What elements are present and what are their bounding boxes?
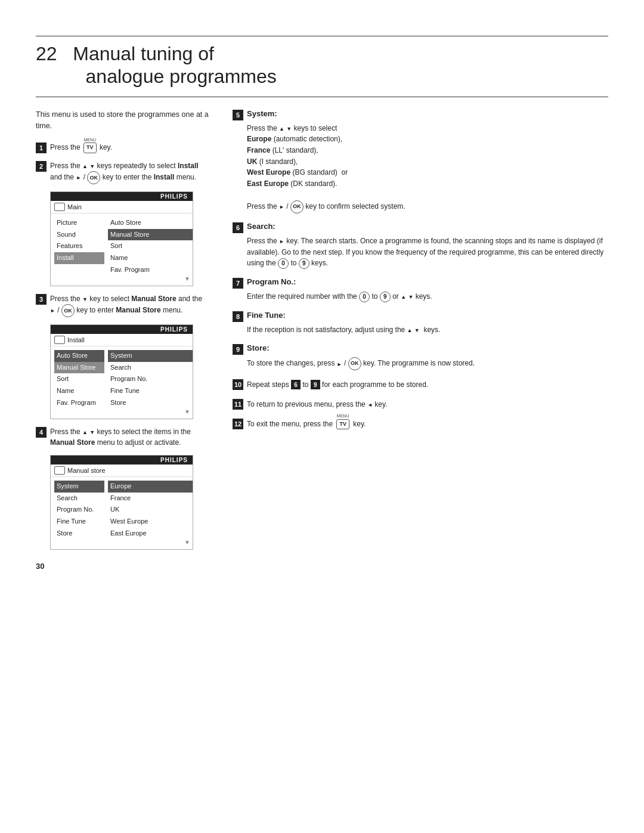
menu3-left: System Search Program No. Fine Tune Stor… bbox=[51, 479, 104, 547]
section-9-block: 9 Store: To store the changes, press / O… bbox=[233, 343, 608, 370]
menu3-right-france: France bbox=[108, 493, 193, 504]
menu1-brand: PHILIPS bbox=[51, 192, 193, 201]
menu3-scroll: ▼ bbox=[108, 539, 193, 546]
arrow-down-icon bbox=[89, 162, 95, 170]
menu3-right-europe: Europe bbox=[108, 481, 193, 493]
monitor2-icon bbox=[54, 336, 65, 344]
step3-arrow-down bbox=[82, 295, 88, 303]
search-arrow-right bbox=[279, 237, 284, 245]
fine-arrow-down bbox=[414, 326, 420, 334]
prog-9-circle: 9 bbox=[380, 292, 391, 302]
menu1-right-autostore: Auto Store bbox=[108, 217, 193, 229]
fine-arrow-up bbox=[407, 326, 413, 334]
section-6-header: 6 Search: bbox=[233, 222, 608, 233]
section-6-num: 6 bbox=[233, 222, 243, 233]
menu3-brand: PHILIPS bbox=[51, 456, 193, 465]
step11-arrow-left bbox=[367, 400, 373, 408]
step-10-num: 10 bbox=[233, 379, 243, 390]
menu1-right-manualstore: Manual Store bbox=[108, 229, 193, 241]
step-12-text: To exit the menu, press the MENU TV key. bbox=[247, 419, 366, 430]
menu3-item-store: Store bbox=[54, 528, 104, 540]
step-12-block: 12 To exit the menu, press the MENU TV k… bbox=[233, 418, 608, 429]
step12-tv-key: TV bbox=[336, 419, 349, 430]
menu3-right-westeurope: West Europe bbox=[108, 516, 193, 528]
prog-arrow-up bbox=[401, 292, 406, 301]
section-9-num: 9 bbox=[233, 344, 243, 355]
step-2-num: 2 bbox=[36, 161, 47, 172]
menu2-top: Install bbox=[51, 334, 193, 346]
menu-screenshot-3: PHILIPS Manual store System Search Progr… bbox=[50, 455, 193, 550]
menu2-right-search: Search bbox=[108, 362, 193, 374]
section-9-header: 9 Store: bbox=[233, 343, 608, 355]
arrow-up-icon bbox=[82, 162, 88, 170]
step-12-num: 12 bbox=[233, 419, 243, 429]
section-7-header: 7 Program No.: bbox=[233, 277, 608, 289]
menu1-right-fav: Fav. Program bbox=[108, 264, 193, 276]
section-7-body: Enter the required number with the 0 to … bbox=[233, 291, 608, 302]
section-5-num: 5 bbox=[233, 110, 243, 120]
arrow-right-icon bbox=[76, 173, 81, 181]
step-4-num: 4 bbox=[36, 427, 47, 438]
step-1-text: Press the MENU TV key. bbox=[50, 142, 112, 153]
section-8-header: 8 Fine Tune: bbox=[233, 311, 608, 322]
left-column: This menu is used to store the programme… bbox=[36, 109, 209, 797]
section-8-title: Fine Tune: bbox=[247, 311, 286, 320]
menu2-left: Auto Store Manual Store Sort Name Fav. P… bbox=[51, 349, 104, 416]
section-7-title: Program No.: bbox=[247, 277, 296, 286]
store-ok-key: OK bbox=[348, 357, 361, 370]
section-6-body: Press the key. The search starts. Once a… bbox=[233, 236, 608, 269]
step-3-num: 3 bbox=[36, 294, 47, 305]
menu3-top-label: Manual store bbox=[67, 467, 106, 474]
menu2-body: Auto Store Manual Store Sort Name Fav. P… bbox=[51, 346, 193, 419]
chapter-title-line2: analogue programmes bbox=[57, 66, 277, 87]
section-6-block: 6 Search: Press the key. The search star… bbox=[233, 222, 608, 269]
ok-key-icon: OK bbox=[87, 171, 100, 184]
chapter-num: 22 bbox=[36, 43, 57, 64]
monitor3-icon bbox=[54, 466, 65, 475]
section-8-num: 8 bbox=[233, 311, 243, 322]
step-10-block: 10 Repeat steps 6 to 9 for each programm… bbox=[233, 379, 608, 390]
store-arrow-right bbox=[337, 360, 342, 368]
step3-arrow-right bbox=[50, 306, 55, 314]
menu2-right-store: Store bbox=[108, 397, 193, 409]
section-5-body: Press the keys to select Europe (automat… bbox=[233, 123, 608, 213]
menu3-item-programno: Program No. bbox=[54, 504, 104, 516]
menu1-item-picture: Picture bbox=[54, 217, 104, 229]
menu1-right-sort: Sort bbox=[108, 240, 193, 252]
step-2-text: Press the keys repeatedly to select Inst… bbox=[50, 160, 209, 184]
monitor-icon bbox=[54, 203, 65, 211]
menu1-top-label: Main bbox=[67, 203, 82, 210]
section-7-num: 7 bbox=[233, 278, 243, 289]
step-1-num: 1 bbox=[36, 143, 47, 153]
menu1-item-install: Install bbox=[54, 252, 104, 264]
menu1-item-features: Features bbox=[54, 240, 104, 252]
step-11-num: 11 bbox=[233, 399, 243, 410]
num-9-circle: 9 bbox=[299, 258, 309, 269]
menu2-item-name: Name bbox=[54, 385, 104, 397]
step-11-text: To return to previous menu, press the ke… bbox=[247, 399, 387, 410]
sys-arrow-right bbox=[279, 202, 284, 210]
section-8-body: If the reception is not satisfactory, ad… bbox=[233, 324, 608, 336]
step-2-block: 2 Press the keys repeatedly to select In… bbox=[36, 160, 209, 184]
chapter-title: 22 Manual tuning of analogue programmes bbox=[36, 42, 608, 91]
sys-ok-key: OK bbox=[290, 200, 304, 213]
step-10-to-num: 9 bbox=[311, 380, 320, 389]
menu1-item-sound: Sound bbox=[54, 229, 104, 241]
tv-key-icon: TV bbox=[83, 143, 97, 153]
chapter-title-line1: Manual tuning of bbox=[73, 43, 214, 64]
step4-arrow-down bbox=[89, 428, 95, 436]
menu2-item-fav: Fav. Program bbox=[54, 397, 104, 409]
menu2-scroll: ▼ bbox=[108, 408, 193, 415]
menu2-brand: PHILIPS bbox=[51, 325, 193, 334]
step-3-text: Press the key to select Manual Store and… bbox=[50, 293, 209, 317]
section-9-title: Store: bbox=[247, 343, 270, 352]
menu1-scroll: ▼ bbox=[108, 275, 193, 282]
section-9-body: To store the changes, press / OK key. Th… bbox=[233, 357, 608, 370]
menu-screenshot-1: PHILIPS Main Picture Sound Features Inst… bbox=[50, 191, 193, 286]
menu2-item-sort: Sort bbox=[54, 373, 104, 385]
step-4-block: 4 Press the keys to select the items in … bbox=[36, 426, 209, 448]
step3-ok-key: OK bbox=[61, 304, 75, 317]
bottom-divider bbox=[36, 97, 608, 97]
sys-arrow-down bbox=[286, 124, 292, 132]
section-8-block: 8 Fine Tune: If the reception is not sat… bbox=[233, 311, 608, 336]
